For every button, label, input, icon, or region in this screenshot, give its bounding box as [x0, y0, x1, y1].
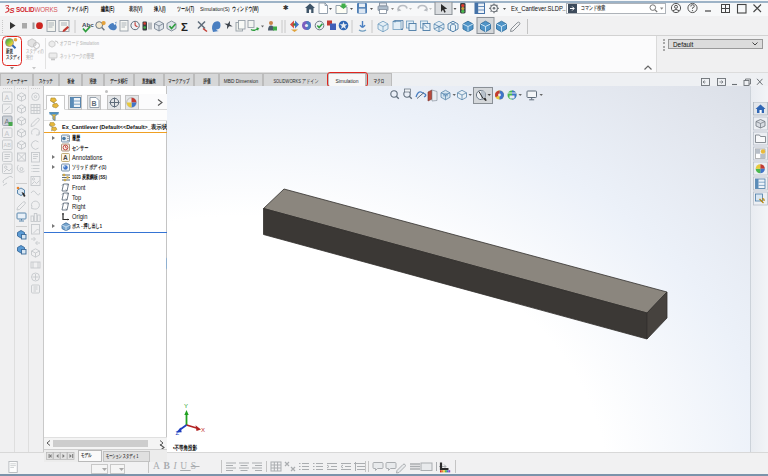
svg-text:S: S: [10, 6, 15, 15]
svg-text:Σ: Σ: [181, 21, 188, 33]
svg-text:AB: AB: [4, 142, 12, 148]
svg-text:B: B: [92, 100, 97, 107]
svg-text:SOLIDWORKS: SOLIDWORKS: [16, 6, 58, 13]
svg-text:A: A: [5, 94, 10, 101]
svg-text:A: A: [5, 130, 10, 137]
svg-text:Y: Y: [184, 403, 188, 409]
svg-text:Abc: Abc: [82, 21, 94, 28]
svg-text:X: X: [201, 427, 205, 433]
svg-text:Z: Z: [176, 430, 180, 436]
svg-text:A: A: [63, 154, 68, 161]
